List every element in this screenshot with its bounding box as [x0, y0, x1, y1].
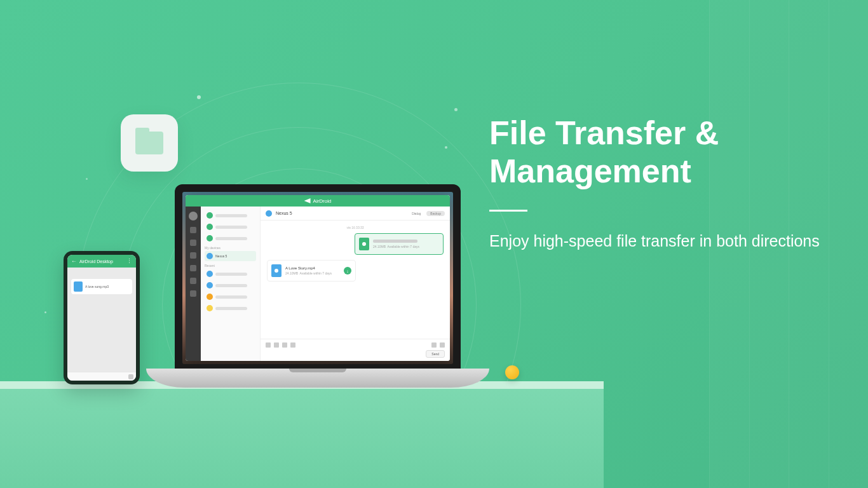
- list-item: [205, 233, 256, 243]
- list-section-label: My devices: [205, 246, 256, 250]
- input-tool-icon: [290, 342, 295, 348]
- nav-icon: [190, 290, 196, 297]
- placeholder-text: [215, 273, 247, 276]
- decorative-dot: [445, 146, 447, 149]
- sent-file-card: 24.10MB Available within 7 days: [355, 233, 444, 255]
- list-item: [205, 269, 256, 279]
- laptop-base: [146, 369, 489, 388]
- nav-icon: [190, 278, 196, 284]
- chat-panel: Nexus 5 Dialog Backup via 16 33:33: [261, 207, 450, 361]
- hero-divider: [489, 210, 527, 212]
- input-tool-icon: [440, 342, 445, 348]
- attach-icon: [128, 374, 133, 379]
- list-item: [205, 303, 256, 313]
- phone-input-bar: [67, 372, 136, 381]
- avatar-icon: [207, 271, 213, 277]
- decorative-ball: [505, 365, 519, 379]
- avatar-icon: [207, 282, 213, 288]
- decorative-dot: [197, 95, 201, 99]
- chat-avatar-icon: [266, 210, 272, 217]
- file-icon: [74, 281, 83, 292]
- input-tool-icon: [431, 342, 437, 348]
- app-name: AirDroid: [313, 198, 332, 204]
- nav-icon: [190, 240, 196, 246]
- list-item-active: Nexus 5: [205, 251, 256, 261]
- input-tool-icon: [274, 342, 279, 348]
- back-icon: ←: [71, 258, 77, 264]
- list-item: [205, 280, 256, 290]
- tab-backup: Backup: [426, 211, 445, 216]
- avatar-icon: [207, 294, 213, 300]
- decorative-dot: [454, 108, 458, 111]
- phone-screen: ← AirDroid Desktop ⋮ A love song.mp3: [67, 255, 136, 381]
- avatar-icon: [207, 305, 213, 311]
- hero-title: File Transfer & Management: [489, 114, 830, 191]
- avatar-icon: [207, 224, 213, 230]
- placeholder-text: [215, 295, 247, 299]
- filename-placeholder: [373, 240, 417, 243]
- placeholder-text: [215, 284, 247, 287]
- phone-chat-body: A love song.mp3: [67, 268, 136, 372]
- filename: A Love Story.mp4: [285, 266, 351, 270]
- decorative-dot: [44, 311, 46, 313]
- app-sidebar: [186, 207, 201, 361]
- app-window: AirDroid: [186, 195, 450, 361]
- laptop-mockup: AirDroid: [165, 184, 470, 388]
- list-section-label: Recent: [205, 264, 256, 268]
- decorative-dot: [86, 178, 88, 180]
- more-icon: ⋮: [126, 258, 132, 264]
- folder-badge: [121, 114, 178, 172]
- avatar-icon: [207, 235, 213, 241]
- phone-app-title: AirDroid Desktop: [79, 259, 113, 264]
- chat-device-name: Nexus 5: [276, 211, 292, 215]
- phone-mockup: ← AirDroid Desktop ⋮ A love song.mp3: [64, 251, 140, 384]
- list-item: [205, 222, 256, 232]
- phone-file-message: A love song.mp3: [71, 279, 132, 294]
- nav-icon: [190, 265, 196, 271]
- input-tool-icon: [266, 342, 271, 348]
- user-avatar: [189, 212, 198, 220]
- app-logo-icon: [304, 198, 311, 203]
- tab-dialog: Dialog: [408, 211, 424, 216]
- placeholder-text: [215, 237, 247, 240]
- received-file-card: A Love Story.mp4 24.10MB Available withi…: [267, 260, 356, 281]
- list-item: [205, 292, 256, 302]
- nav-icon: [190, 227, 196, 233]
- phone-filename: A love song.mp3: [85, 285, 109, 288]
- chat-header: Nexus 5 Dialog Backup: [261, 207, 450, 220]
- nav-icon: [190, 252, 196, 259]
- folder-icon: [135, 132, 163, 154]
- placeholder-text: [215, 214, 247, 217]
- avatar-icon: [207, 212, 213, 219]
- laptop-bezel: AirDroid: [175, 184, 461, 372]
- placeholder-text: [215, 226, 247, 229]
- download-icon: ↓: [344, 267, 351, 274]
- file-icon: [359, 238, 369, 250]
- send-button: Send: [426, 350, 445, 358]
- chat-timestamp: via 16 33:33: [267, 226, 444, 229]
- laptop-wallpaper: AirDroid: [182, 192, 453, 364]
- chat-input-area: Send: [261, 339, 450, 361]
- hero-subtitle: Enjoy high-speed file transfer in both d…: [489, 229, 826, 254]
- input-tool-icon: [282, 342, 287, 348]
- placeholder-text: [215, 307, 247, 310]
- file-icon: [271, 264, 281, 277]
- platform-surface: [0, 381, 604, 488]
- device-name: Nexus 5: [215, 254, 227, 258]
- list-item: [205, 210, 256, 220]
- device-icon: [207, 253, 213, 259]
- file-meta: 24.10MB Available within 7 days: [285, 271, 351, 275]
- hero-section: File Transfer & Management Enjoy high-sp…: [489, 114, 830, 253]
- phone-app-header: ← AirDroid Desktop ⋮: [67, 255, 136, 268]
- file-meta: 24.10MB Available within 7 days: [373, 245, 439, 248]
- chat-messages: via 16 33:33 24.10MB Available within 7 …: [261, 220, 450, 339]
- app-titlebar: AirDroid: [186, 195, 450, 207]
- contacts-list: My devices Nexus 5 Recent: [201, 207, 261, 361]
